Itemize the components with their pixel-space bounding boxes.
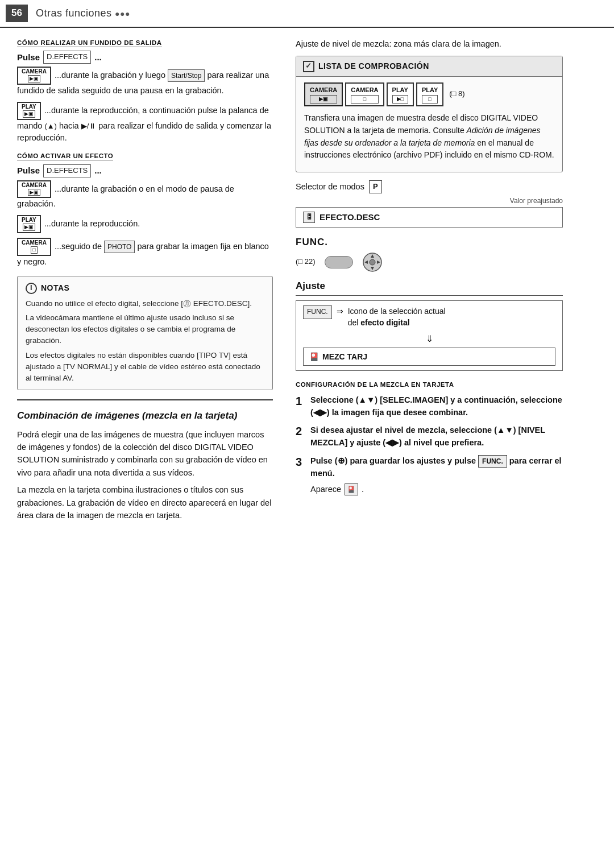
pulse-line-2: Pulse D.EFFECTS ... bbox=[17, 164, 273, 177]
ajuste-box: FUNC. ⇒ Icono de la selección actual del… bbox=[296, 300, 563, 371]
pulse-label-2: Pulse bbox=[17, 164, 40, 177]
right-column: Ajuste de nivel de mezcla: zona más clar… bbox=[290, 38, 563, 527]
camera-filled-btn: CAMERA ▶▣ bbox=[304, 82, 343, 106]
text-block-camera-3: CAMERA □ ...seguido de PHOTO para grabar… bbox=[17, 238, 273, 268]
selector-line: Selector de modos P bbox=[296, 180, 563, 193]
combination-text-1: Podrá elegir una de las imágenes de mues… bbox=[17, 428, 273, 480]
ajuste-row-1: FUNC. ⇒ Icono de la selección actual del… bbox=[303, 305, 555, 329]
ajuste-text-1: Icono de la selección actual bbox=[348, 305, 446, 317]
arrow-right-icon: ⇒ bbox=[337, 305, 343, 317]
func-heading: FUNC. bbox=[296, 235, 563, 250]
ajuste-description: Icono de la selección actual del efecto … bbox=[348, 305, 446, 329]
lista-heading: Lista de comprobación bbox=[318, 60, 429, 72]
page-number: 56 bbox=[6, 5, 28, 22]
text-block-camera-1: CAMERA ▶▣ ...durante la grabación y lueg… bbox=[17, 67, 273, 97]
step-text-3: Pulse (⊕) para guardar los ajustes y pul… bbox=[310, 455, 563, 496]
step-text-2: Si desea ajustar el nivel de mezcla, sel… bbox=[310, 424, 563, 449]
svg-point-5 bbox=[370, 259, 375, 265]
efecto-desc-text: EFECTO.DESC bbox=[320, 211, 380, 224]
play-badge-b: PLAY ▶▣ bbox=[17, 215, 41, 233]
ajuste-bold: efecto digital bbox=[360, 318, 409, 327]
left-column: Cómo realizar un fundido de salida Pulse… bbox=[17, 38, 290, 527]
combination-text-2: La mezcla en la tarjeta combina ilustrac… bbox=[17, 483, 273, 522]
steps-list: 1 Seleccione (▲▼) [SELEC.IMAGEN] y a con… bbox=[296, 394, 563, 496]
ajuste-text-2: del efecto digital bbox=[348, 317, 446, 328]
ajuste-nivel-text: Ajuste de nivel de mezcla: zona más clar… bbox=[296, 38, 563, 51]
func-oval-button[interactable] bbox=[325, 256, 353, 268]
config-heading: Configuración de la mezcla en tarjeta bbox=[296, 380, 563, 390]
lista-body-text: Transfiera una imagen de muestra desde e… bbox=[304, 112, 554, 162]
info-icon: i bbox=[26, 283, 37, 294]
step-num-2: 2 bbox=[296, 424, 306, 449]
mezc-icon-small: 🎴 bbox=[345, 483, 358, 495]
play-btn-2: PLAY □ bbox=[416, 82, 443, 106]
section-divider bbox=[17, 399, 273, 400]
pulse-line-1: Pulse D.EFFECTS ... bbox=[17, 51, 273, 64]
camera-badge-a: CAMERA ▶▣ bbox=[17, 180, 51, 199]
camera-tape-badge-1: CAMERA ▶▣ bbox=[17, 67, 51, 85]
page-ref-lista: (□ 8) bbox=[449, 89, 464, 100]
func-small-btn: FUNC. bbox=[303, 305, 332, 319]
notes-header: i Notas bbox=[26, 282, 264, 294]
text-block-camera-2: CAMERA ▶▣ ...durante la grabación o en e… bbox=[17, 180, 273, 211]
photo-btn: PHOTO bbox=[104, 241, 135, 253]
camera-badge-c: CAMERA □ bbox=[17, 238, 51, 256]
step-item-1: 1 Seleccione (▲▼) [SELEC.IMAGEN] y a con… bbox=[296, 394, 563, 419]
text-block-play-2: PLAY ▶▣ ...durante la reproducción. bbox=[17, 215, 273, 233]
note-3: Los efectos digitales no están disponibl… bbox=[26, 350, 264, 385]
main-layout: Cómo realizar un fundido de salida Pulse… bbox=[0, 38, 614, 527]
efecto-desc-box: 🎛 EFECTO.DESC bbox=[296, 207, 563, 228]
down-arrow: ⇓ bbox=[303, 332, 555, 345]
deffects-box-1: D.EFFECTS bbox=[43, 51, 91, 64]
mezc-icon: 🎴 bbox=[309, 351, 319, 362]
lista-box: ✓ Lista de comprobación CAMERA ▶▣ CAMERA bbox=[296, 56, 563, 172]
step-item-2: 2 Si desea ajustar el nivel de mezcla, s… bbox=[296, 424, 563, 449]
step-item-3: 3 Pulse (⊕) para guardar los ajustes y p… bbox=[296, 455, 563, 496]
step-num-1: 1 bbox=[296, 394, 306, 419]
step-text-1: Seleccione (▲▼) [SELEC.IMAGEN] y a conti… bbox=[310, 394, 563, 419]
mezc-box: 🎴 MEZC TARJ bbox=[303, 348, 555, 366]
mode-buttons-row: CAMERA ▶▣ CAMERA □ PLAY ▶□ bbox=[304, 82, 554, 106]
section1-heading: Cómo realizar un fundido de salida bbox=[17, 38, 273, 48]
ajuste-heading: Ajuste bbox=[296, 279, 563, 296]
play-btn-1: PLAY ▶□ bbox=[387, 82, 414, 106]
page-title: Otras funciones ●●● bbox=[36, 6, 130, 20]
func-section: FUNC. (□ 22) bbox=[296, 235, 563, 272]
section2-heading: Cómo activar un efecto bbox=[17, 151, 273, 161]
page-header: 56 Otras funciones ●●● bbox=[0, 0, 614, 28]
efecto-icon: 🎛 bbox=[303, 212, 315, 223]
mezc-label: MEZC TARJ bbox=[322, 351, 367, 362]
check-icon: ✓ bbox=[303, 61, 314, 72]
func-row: (□ 22) bbox=[296, 252, 563, 272]
lista-header: ✓ Lista de comprobación bbox=[296, 56, 562, 76]
note-1: Cuando no utilice el efecto digital, sel… bbox=[26, 298, 264, 309]
valor-preajustado: Valor preajustado bbox=[296, 196, 563, 206]
func-inline-btn: FUNC. bbox=[478, 455, 507, 468]
play-tape-badge-1: PLAY ▶▣ bbox=[17, 102, 41, 120]
notes-box: i Notas Cuando no utilice el efecto digi… bbox=[17, 276, 273, 390]
aparece-line: Aparece 🎴 . bbox=[310, 483, 563, 496]
pulse-label-1: Pulse bbox=[17, 51, 40, 64]
func-ref: (□ 22) bbox=[296, 257, 316, 267]
note-2: La videocámara mantiene el último ajuste… bbox=[26, 312, 264, 347]
step-num-3: 3 bbox=[296, 455, 306, 496]
lista-content: CAMERA ▶▣ CAMERA □ PLAY ▶□ bbox=[296, 77, 562, 172]
combination-heading: Combinación de imágenes (mezcla en la ta… bbox=[17, 410, 273, 422]
joystick-icon bbox=[362, 252, 383, 272]
camera-outline-btn: CAMERA □ bbox=[345, 82, 384, 106]
start-stop-btn: Start/Stop bbox=[168, 69, 205, 82]
text-block-play-1: PLAY ▶▣ ...durante la reproducción, a co… bbox=[17, 102, 273, 144]
p-badge: P bbox=[369, 180, 382, 193]
deffects-box-2: D.EFFECTS bbox=[43, 164, 91, 177]
